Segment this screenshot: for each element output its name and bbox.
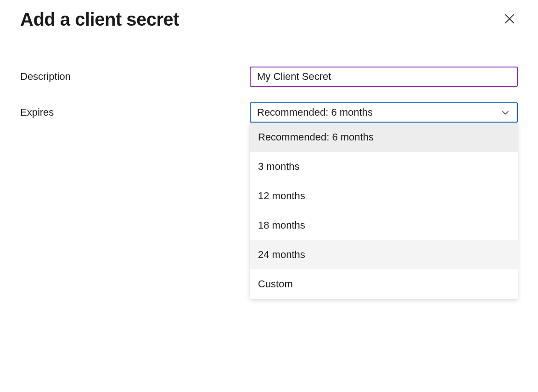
expires-option[interactable]: Custom <box>250 269 518 299</box>
expires-option[interactable]: 3 months <box>250 152 518 181</box>
expires-label: Expires <box>20 106 250 118</box>
description-control <box>250 67 518 87</box>
expires-option[interactable]: 18 months <box>250 211 518 240</box>
expires-option[interactable]: 12 months <box>250 181 518 211</box>
expires-control: Recommended: 6 months Recommended: 6 mon… <box>250 102 518 123</box>
description-row: Description <box>20 67 518 87</box>
expires-select[interactable]: Recommended: 6 months <box>250 102 518 123</box>
expires-row: Expires Recommended: 6 months Recommende… <box>20 102 518 123</box>
expires-option[interactable]: 24 months <box>250 240 518 269</box>
expires-option[interactable]: Recommended: 6 months <box>250 123 518 152</box>
add-client-secret-panel: Add a client secret Description Expires … <box>0 0 538 147</box>
close-button[interactable] <box>501 11 518 28</box>
description-input[interactable] <box>250 67 518 87</box>
expires-selected-value: Recommended: 6 months <box>257 106 373 118</box>
panel-title: Add a client secret <box>20 9 179 30</box>
expires-dropdown: Recommended: 6 months3 months12 months18… <box>250 123 518 299</box>
description-label: Description <box>20 71 250 83</box>
chevron-down-icon <box>500 107 510 118</box>
panel-header: Add a client secret <box>20 9 518 30</box>
close-icon <box>503 12 516 27</box>
